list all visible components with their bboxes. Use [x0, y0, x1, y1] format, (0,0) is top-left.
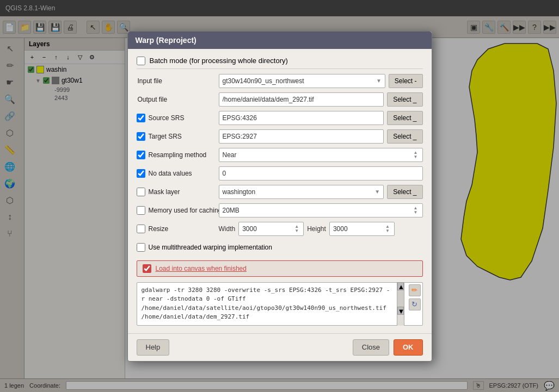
memory-label: Memory used for caching	[148, 207, 222, 214]
resampling-checkbox[interactable]	[137, 151, 145, 159]
source-srs-label: Source SRS	[148, 114, 185, 122]
warp-dialog: Warp (Reproject) Batch mode (for process…	[127, 31, 432, 362]
nodata-row: No data values	[137, 166, 423, 181]
resize-label: Resize	[148, 225, 169, 233]
width-value: 3000	[242, 225, 257, 233]
batch-checkbox[interactable]	[137, 57, 145, 65]
dialog-footer: Help Close OK	[128, 333, 432, 361]
load-canvas-label[interactable]: Load into canvas when finished	[156, 265, 247, 272]
scroll-down-btn[interactable]: ▼	[397, 307, 404, 315]
mask-layer-row: Mask layer washington ▼ Select _	[137, 184, 423, 200]
target-srs-checkbox[interactable]	[137, 132, 145, 141]
command-action-icons: ✏ ↻	[409, 284, 421, 310]
output-file-input[interactable]	[219, 92, 384, 107]
resampling-value: Near	[223, 151, 237, 159]
memory-down[interactable]: ▼	[414, 210, 418, 215]
multithread-checkbox[interactable]	[137, 243, 145, 252]
mask-combo-arrow: ▼	[374, 189, 380, 195]
batch-row: Batch mode (for processing whole directo…	[137, 57, 423, 69]
resampling-label: Resampling method	[148, 151, 207, 159]
command-text: gdalwarp -tr 3280 3280 -overwrite -s_srs…	[142, 287, 390, 321]
height-label: Height	[307, 225, 326, 233]
modal-overlay: Warp (Reproject) Batch mode (for process…	[0, 0, 559, 392]
source-srs-row: Source SRS Select _	[137, 110, 423, 126]
output-file-row: Output file Select _	[137, 92, 423, 107]
batch-label: Batch mode (for processing whole directo…	[150, 57, 288, 65]
multithread-label: Use multithreaded warping implementation	[149, 244, 272, 251]
load-canvas-row: Load into canvas when finished	[137, 260, 423, 277]
ok-button[interactable]: OK	[394, 339, 423, 356]
width-down[interactable]: ▼	[294, 229, 299, 233]
memory-spinner[interactable]: ▲ ▼	[414, 206, 418, 215]
resampling-spinner[interactable]: ▲ ▼	[414, 151, 418, 159]
source-srs-select-button[interactable]: Select _	[387, 111, 422, 125]
width-label: Width	[219, 225, 236, 233]
dialog-titlebar: Warp (Reproject)	[128, 32, 432, 49]
memory-row: Memory used for caching 20MB ▲ ▼	[137, 203, 423, 218]
target-srs-input[interactable]	[219, 129, 384, 144]
refresh-command-icon[interactable]: ↻	[409, 298, 421, 310]
scroll-up-btn[interactable]: ▲	[397, 282, 404, 290]
memory-combo[interactable]: 20MB ▲ ▼	[219, 203, 423, 217]
input-file-combo[interactable]: gt30w140n90_us_northwest ▼	[219, 74, 385, 88]
footer-right-buttons: Close OK	[353, 339, 423, 356]
help-button[interactable]: Help	[137, 339, 170, 356]
memory-value: 20MB	[223, 207, 239, 214]
multithread-row: Use multithreaded warping implementation	[137, 240, 423, 255]
load-canvas-checkbox[interactable]	[143, 264, 151, 273]
height-down[interactable]: ▼	[385, 229, 390, 233]
input-file-row: Input file gt30w140n90_us_northwest ▼ Se…	[137, 73, 423, 89]
command-area: gdalwarp -tr 3280 3280 -overwrite -s_srs…	[137, 282, 423, 326]
resampling-combo[interactable]: Near ▲ ▼	[219, 148, 423, 162]
close-button[interactable]: Close	[353, 339, 389, 356]
target-srs-label: Target SRS	[148, 133, 182, 140]
input-combo-arrow: ▼	[376, 78, 382, 84]
height-spinner[interactable]: ▲ ▼	[385, 225, 390, 233]
resize-checkbox[interactable]	[137, 225, 145, 233]
mask-select-button[interactable]: Select _	[387, 185, 422, 199]
input-file-label: Input file	[137, 77, 216, 85]
resampling-row: Resampling method Near ▲ ▼	[137, 147, 423, 163]
edit-command-icon[interactable]: ✏	[409, 284, 421, 296]
dialog-body: Batch mode (for processing whole directo…	[128, 49, 432, 333]
width-input[interactable]: 3000 ▲ ▼	[238, 222, 304, 236]
mask-layer-checkbox[interactable]	[137, 188, 145, 196]
width-spinner[interactable]: ▲ ▼	[294, 225, 299, 233]
memory-checkbox[interactable]	[137, 206, 145, 215]
resampling-down[interactable]: ▼	[414, 155, 418, 159]
height-value: 3000	[333, 225, 348, 233]
dialog-title: Warp (Reproject)	[136, 36, 196, 45]
resize-row: Resize Width 3000 ▲ ▼ Height 3000	[137, 221, 423, 237]
command-textbox[interactable]: gdalwarp -tr 3280 3280 -overwrite -s_srs…	[137, 282, 423, 326]
nodata-input[interactable]	[219, 166, 423, 181]
mask-layer-value: washington	[223, 188, 256, 196]
output-select-button[interactable]: Select _	[387, 92, 422, 107]
input-select-button[interactable]: Select -	[389, 74, 423, 88]
source-srs-checkbox[interactable]	[137, 114, 145, 122]
target-srs-select-button[interactable]: Select _	[387, 129, 422, 144]
mask-layer-label: Mask layer	[148, 188, 180, 196]
target-srs-row: Target SRS Select _	[137, 129, 423, 144]
nodata-checkbox[interactable]	[137, 169, 145, 178]
input-file-value: gt30w140n90_us_northwest	[223, 77, 304, 85]
height-input[interactable]: 3000 ▲ ▼	[329, 222, 395, 236]
source-srs-input[interactable]	[219, 111, 384, 125]
output-file-label: Output file	[137, 96, 216, 103]
mask-layer-combo[interactable]: washington ▼	[219, 185, 384, 199]
nodata-label: No data values	[148, 170, 192, 177]
command-scrollbar[interactable]: ▲ ▼	[397, 282, 404, 326]
scroll-track[interactable]	[397, 290, 404, 307]
